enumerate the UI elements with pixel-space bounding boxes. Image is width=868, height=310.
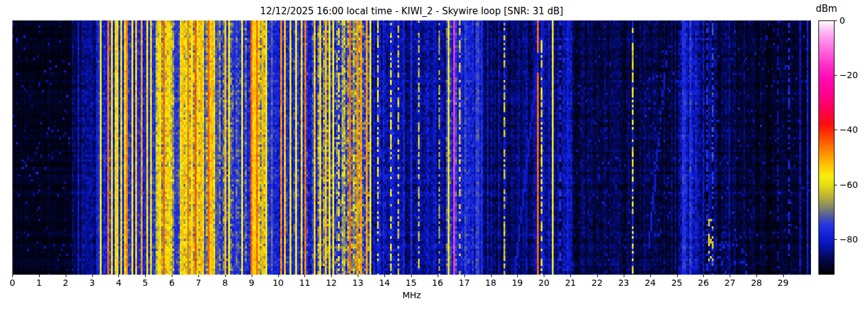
colorbar-tick-label: −40 — [839, 125, 858, 134]
x-tick-label: 16 — [432, 278, 443, 288]
x-axis-label: MHz — [402, 290, 421, 300]
x-tick-mark — [491, 275, 492, 277]
colorbar-tick-mark — [835, 239, 837, 240]
x-tick-label: 8 — [222, 278, 228, 288]
x-tick-label: 20 — [538, 278, 549, 288]
x-tick-mark — [730, 275, 730, 277]
x-tick-label: 23 — [618, 278, 629, 288]
colorbar-tick-label: −80 — [839, 235, 858, 244]
x-tick-label: 28 — [751, 278, 762, 288]
x-tick-mark — [464, 275, 465, 277]
x-tick-label: 15 — [405, 278, 417, 288]
x-tick-label: 7 — [196, 278, 202, 288]
x-tick-mark — [278, 275, 279, 277]
x-tick-label: 3 — [89, 278, 95, 288]
x-tick-mark — [650, 275, 651, 277]
x-tick-mark — [118, 275, 119, 277]
x-tick-label: 1 — [36, 278, 42, 288]
x-tick-label: 24 — [645, 278, 656, 288]
colorbar-tick-mark — [835, 185, 837, 185]
x-tick-mark — [66, 275, 66, 277]
x-tick-mark — [145, 275, 146, 277]
x-tick-label: 12 — [326, 278, 337, 288]
x-tick-mark — [12, 275, 13, 277]
x-tick-label: 13 — [352, 278, 363, 288]
x-tick-label: 26 — [698, 278, 709, 288]
x-tick-mark — [438, 275, 438, 277]
x-tick-mark — [172, 275, 172, 277]
colorbar-tick-mark — [835, 20, 837, 21]
x-tick-label: 11 — [299, 278, 311, 288]
x-tick-label: 27 — [724, 278, 735, 288]
x-tick-mark — [198, 275, 199, 277]
colorbar-tick-mark — [835, 75, 837, 76]
x-tick-mark — [92, 275, 93, 277]
x-tick-mark — [304, 275, 305, 277]
waterfall-heatmap — [12, 20, 811, 275]
x-tick-mark — [756, 275, 757, 277]
x-tick-mark — [252, 275, 252, 277]
x-tick-label: 22 — [591, 278, 603, 288]
x-tick-label: 5 — [143, 278, 148, 288]
spectrogram-figure: 12/12/2025 16:00 local time - KIWI_2 - S… — [0, 0, 868, 310]
colorbar-label: dBm — [816, 3, 837, 14]
x-tick-mark — [331, 275, 332, 277]
x-tick-label: 9 — [249, 278, 254, 288]
x-tick-label: 2 — [63, 278, 68, 288]
colorbar-tick-label: −20 — [839, 71, 858, 79]
x-tick-mark — [411, 275, 412, 277]
x-tick-mark — [544, 275, 544, 277]
x-tick-label: 6 — [169, 278, 175, 288]
x-tick-mark — [225, 275, 226, 277]
x-tick-mark — [597, 275, 598, 277]
chart-title: 12/12/2025 16:00 local time - KIWI_2 - S… — [260, 6, 564, 17]
x-tick-mark — [783, 275, 784, 277]
x-tick-mark — [39, 275, 40, 277]
x-tick-label: 21 — [565, 278, 576, 288]
colorbar-tick-label: −60 — [839, 180, 858, 189]
x-tick-label: 19 — [512, 278, 523, 288]
x-tick-label: 4 — [116, 278, 122, 288]
x-tick-label: 17 — [459, 278, 470, 288]
colorbar-gradient — [818, 20, 835, 275]
x-tick-label: 25 — [671, 278, 683, 288]
x-tick-mark — [384, 275, 385, 277]
x-tick-mark — [517, 275, 518, 277]
x-tick-mark — [570, 275, 571, 277]
x-tick-mark — [703, 275, 704, 277]
colorbar-tick-label: 0 — [839, 16, 845, 25]
x-tick-mark — [358, 275, 358, 277]
x-tick-mark — [624, 275, 624, 277]
x-tick-label: 10 — [273, 278, 284, 288]
x-tick-label: 0 — [10, 278, 16, 288]
x-tick-label: 18 — [485, 278, 497, 288]
colorbar-tick-mark — [835, 130, 837, 130]
x-tick-mark — [677, 275, 678, 277]
x-tick-label: 14 — [379, 278, 390, 288]
x-tick-label: 29 — [777, 278, 789, 288]
